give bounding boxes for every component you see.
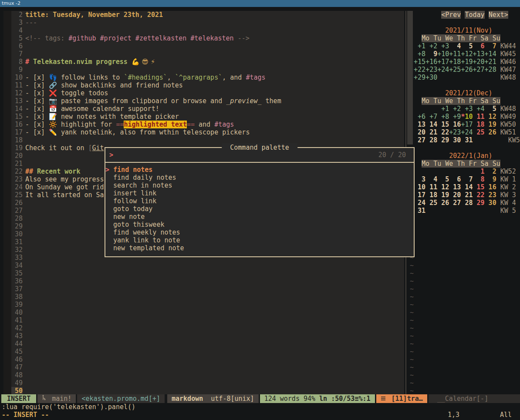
calendar-day[interactable]: 7 bbox=[485, 42, 496, 50]
calendar-day[interactable]: 8 bbox=[473, 175, 485, 183]
calendar-day[interactable]: 9 bbox=[485, 175, 496, 183]
calendar-day[interactable]: +17 bbox=[461, 121, 473, 128]
calendar-day[interactable]: +27 bbox=[473, 66, 485, 74]
calendar-day[interactable]: +15 bbox=[414, 58, 425, 66]
calendar-day[interactable]: 15 bbox=[473, 183, 485, 191]
calendar-day[interactable]: 22 bbox=[473, 191, 485, 199]
calendar-day[interactable]: 1 bbox=[473, 168, 485, 175]
calendar-day[interactable]: 25 bbox=[425, 199, 437, 207]
calendar-day[interactable]: 30 bbox=[485, 199, 496, 207]
calendar-day[interactable]: +1 bbox=[414, 42, 425, 50]
calendar-day[interactable]: 6 bbox=[473, 42, 485, 50]
calendar-day[interactable]: +4 bbox=[473, 105, 485, 113]
calendar-day[interactable]: 11 bbox=[425, 183, 437, 191]
calendar-day[interactable]: 5 bbox=[461, 42, 473, 50]
calendar-day[interactable]: 31 bbox=[461, 136, 473, 144]
calendar-day[interactable]: 5 bbox=[437, 175, 449, 183]
today-button[interactable]: Today bbox=[465, 11, 484, 19]
calendar-day[interactable]: +3 bbox=[461, 105, 473, 113]
calendar-day[interactable]: 18 bbox=[425, 191, 437, 199]
palette-item[interactable]: goto today bbox=[105, 205, 414, 213]
calendar-day[interactable]: 26 bbox=[437, 199, 449, 207]
calendar-day[interactable]: +28 bbox=[485, 66, 496, 74]
calendar-day[interactable]: +19 bbox=[461, 58, 473, 66]
prev-month-button[interactable]: <Prev bbox=[441, 11, 461, 19]
calendar-day[interactable]: 29 bbox=[437, 136, 449, 144]
calendar-day[interactable]: +6 bbox=[414, 113, 425, 121]
calendar-day[interactable]: +23 bbox=[449, 128, 461, 136]
calendar-day[interactable]: 14 bbox=[425, 121, 437, 128]
calendar-day[interactable]: 22 bbox=[437, 128, 449, 136]
calendar-day[interactable]: 23 bbox=[485, 191, 496, 199]
calendar-day[interactable]: 28 bbox=[461, 199, 473, 207]
calendar-day[interactable]: +1 bbox=[437, 105, 449, 113]
calendar-day[interactable]: 19 bbox=[485, 121, 496, 128]
palette-item[interactable]: goto thisweek bbox=[105, 221, 414, 228]
calendar-day[interactable]: +24 bbox=[437, 66, 449, 74]
calendar-day[interactable]: 26 bbox=[485, 128, 496, 136]
palette-item[interactable]: find daily notes bbox=[105, 174, 414, 181]
calendar-day[interactable]: 13 bbox=[449, 183, 461, 191]
calendar-day[interactable]: 21 bbox=[461, 191, 473, 199]
palette-item[interactable]: search in notes bbox=[105, 181, 414, 189]
command-line[interactable]: :lua require('telekasten').panel() bbox=[2, 403, 135, 411]
calendar-day[interactable]: 12 bbox=[437, 183, 449, 191]
calendar-day[interactable]: 25 bbox=[473, 128, 485, 136]
calendar-day[interactable]: +13 bbox=[473, 50, 485, 58]
calendar-day[interactable]: 28 bbox=[425, 136, 437, 144]
calendar-day[interactable]: +23 bbox=[425, 66, 437, 74]
calendar-day[interactable]: 13 bbox=[414, 121, 425, 128]
calendar-day[interactable]: 27 bbox=[414, 136, 425, 144]
calendar-day[interactable]: +9 bbox=[449, 113, 461, 121]
calendar-day[interactable]: +29 bbox=[414, 74, 425, 81]
calendar-day[interactable]: 11 bbox=[473, 113, 485, 121]
palette-item[interactable]: follow link bbox=[105, 197, 414, 205]
calendar-day[interactable]: 16 bbox=[449, 121, 461, 128]
next-month-button[interactable]: Next> bbox=[489, 11, 508, 19]
calendar-day[interactable]: 17 bbox=[414, 191, 425, 199]
calendar-day[interactable]: +10 bbox=[437, 50, 449, 58]
calendar-day[interactable]: +16 bbox=[425, 58, 437, 66]
calendar-day[interactable]: 18 bbox=[473, 121, 485, 128]
calendar-day[interactable]: +21 bbox=[485, 58, 496, 66]
palette-item[interactable]: new note bbox=[105, 213, 414, 221]
calendar-day[interactable]: +2 bbox=[449, 105, 461, 113]
calendar-day[interactable]: +7 bbox=[425, 113, 437, 121]
calendar-day[interactable]: +24 bbox=[461, 128, 473, 136]
calendar-day[interactable]: 31 bbox=[414, 207, 425, 215]
calendar-day[interactable]: 12 bbox=[485, 113, 496, 121]
calendar-day[interactable]: 29 bbox=[473, 199, 485, 207]
calendar-day[interactable]: 24 bbox=[414, 199, 425, 207]
palette-item[interactable]: insert link bbox=[105, 189, 414, 197]
calendar-day[interactable]: 3 bbox=[414, 175, 425, 183]
calendar-day[interactable]: +30 bbox=[425, 74, 437, 81]
calendar-day[interactable]: 16 bbox=[485, 183, 496, 191]
palette-item[interactable]: find weekly notes bbox=[105, 228, 414, 236]
calendar-day[interactable]: +8 bbox=[437, 113, 449, 121]
palette-item[interactable]: yank link to note bbox=[105, 236, 414, 244]
calendar-day[interactable]: +22 bbox=[414, 66, 425, 74]
calendar-day[interactable]: 21 bbox=[425, 128, 437, 136]
calendar-day[interactable]: 10 bbox=[414, 183, 425, 191]
palette-prompt[interactable]: > 20 / 20 bbox=[105, 148, 414, 163]
calendar-day[interactable]: 30 bbox=[449, 136, 461, 144]
calendar-day[interactable]: +3 bbox=[437, 42, 449, 50]
calendar-day[interactable]: 6 bbox=[449, 175, 461, 183]
calendar-day[interactable]: +11 bbox=[449, 50, 461, 58]
calendar-day[interactable]: +18 bbox=[449, 58, 461, 66]
calendar-day[interactable]: +2 bbox=[425, 42, 437, 50]
calendar-day[interactable]: +20 bbox=[473, 58, 485, 66]
calendar-day[interactable]: 19 bbox=[437, 191, 449, 199]
calendar-day[interactable]: +25 bbox=[449, 66, 461, 74]
calendar-day[interactable]: 5 bbox=[485, 105, 496, 113]
calendar-day[interactable]: 4 bbox=[425, 175, 437, 183]
calendar-day[interactable]: 27 bbox=[449, 199, 461, 207]
calendar-day[interactable]: 15 bbox=[437, 121, 449, 128]
calendar-day[interactable]: 4 bbox=[449, 42, 461, 50]
calendar-day[interactable]: 14 bbox=[461, 183, 473, 191]
calendar-day[interactable]: +26 bbox=[461, 66, 473, 74]
calendar-day[interactable]: 9 bbox=[425, 50, 437, 58]
calendar-day[interactable]: +8 bbox=[414, 50, 425, 58]
calendar-day[interactable]: 20 bbox=[449, 191, 461, 199]
calendar-day[interactable]: *10 bbox=[461, 113, 473, 121]
